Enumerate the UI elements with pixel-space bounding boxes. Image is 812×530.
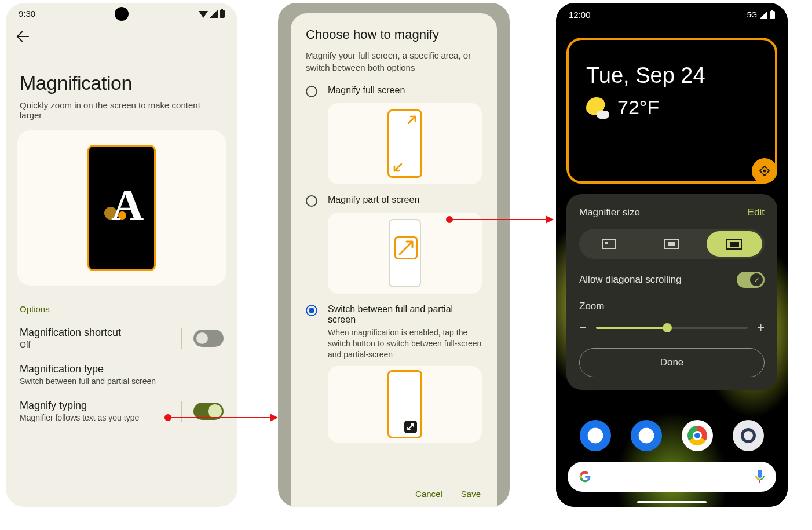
mic-icon[interactable] bbox=[754, 469, 766, 484]
gesture-nav-handle[interactable] bbox=[637, 501, 707, 503]
expand-icon bbox=[396, 238, 416, 258]
preview-letter: A bbox=[111, 179, 144, 231]
dialog-sheet: Choose how to magnify Magnify your full … bbox=[291, 13, 497, 507]
option-switch-preview bbox=[328, 366, 482, 443]
widget-weather: 72°F bbox=[569, 96, 775, 119]
option-label: Switch between full and partial screen bbox=[328, 304, 482, 325]
zoom-slider-row: − + bbox=[579, 320, 765, 335]
svg-rect-1 bbox=[221, 9, 223, 10]
zoom-increase-button[interactable]: + bbox=[757, 320, 765, 335]
flow-arrow-2 bbox=[449, 219, 553, 220]
signal-icon bbox=[210, 10, 218, 18]
zoom-decrease-button[interactable]: − bbox=[579, 320, 587, 335]
edit-button[interactable]: Edit bbox=[748, 207, 765, 218]
status-time: 12:00 bbox=[569, 10, 591, 20]
option-label: Magnify part of screen bbox=[328, 195, 419, 205]
row-label: Magnify typing bbox=[20, 400, 173, 412]
status-bar: 9:30 bbox=[6, 3, 237, 21]
save-button[interactable]: Save bbox=[461, 489, 481, 499]
page-title: Magnification bbox=[6, 42, 237, 100]
row-magnify-typing[interactable]: Magnify typing Magnifier follows text as… bbox=[6, 393, 237, 429]
panel-title: Magnifier size bbox=[579, 207, 640, 218]
radio-icon[interactable] bbox=[306, 86, 317, 97]
radio-icon[interactable] bbox=[306, 195, 317, 207]
slider-thumb[interactable] bbox=[663, 323, 672, 332]
dialog-title: Choose how to magnify bbox=[306, 27, 482, 42]
row-magnification-shortcut[interactable]: Magnification shortcut Off bbox=[6, 320, 237, 356]
size-medium-button[interactable] bbox=[644, 231, 700, 257]
row-value: Magnifier follows text as you type bbox=[20, 413, 173, 422]
dialog-subtitle: Magnify your full screen, a specific are… bbox=[306, 49, 482, 74]
network-label: 5G bbox=[747, 10, 757, 19]
cancel-button[interactable]: Cancel bbox=[415, 489, 442, 499]
svg-rect-3 bbox=[771, 10, 773, 12]
page-subtitle: Quickly zoom in on the screen to make co… bbox=[6, 100, 237, 130]
zoom-label: Zoom bbox=[579, 301, 765, 312]
flow-arrow-1 bbox=[168, 417, 277, 418]
row-value: Off bbox=[20, 340, 173, 349]
option-part-preview bbox=[328, 213, 482, 294]
size-small-button[interactable] bbox=[581, 231, 637, 257]
section-label-options: Options bbox=[6, 286, 237, 320]
expand-ne-icon bbox=[407, 115, 417, 125]
battery-icon bbox=[770, 10, 775, 19]
home-magnifier-overlay-screen: 12:00 5G Tue, Sep 24 72°F Magnifier size… bbox=[556, 3, 788, 507]
messages-app-icon[interactable] bbox=[631, 420, 662, 451]
dock bbox=[556, 420, 788, 451]
radio-icon[interactable] bbox=[306, 305, 317, 316]
option-switch[interactable]: Switch between full and partial screen W… bbox=[306, 304, 482, 360]
camera-app-icon[interactable] bbox=[733, 420, 764, 451]
signal-icon bbox=[759, 11, 767, 19]
option-full-preview bbox=[328, 103, 482, 184]
allow-diagonal-label: Allow diagonal scrolling bbox=[579, 274, 682, 286]
size-small-icon bbox=[602, 239, 616, 249]
svg-rect-0 bbox=[220, 10, 225, 18]
svg-point-4 bbox=[764, 170, 766, 172]
battery-icon bbox=[220, 9, 225, 18]
option-full-screen[interactable]: Magnify full screen bbox=[306, 85, 482, 97]
svg-rect-5 bbox=[758, 470, 762, 478]
zoom-slider[interactable] bbox=[596, 327, 748, 329]
back-button[interactable] bbox=[6, 21, 237, 42]
phone-app-icon[interactable] bbox=[580, 420, 611, 451]
option-description: When magnification is enabled, tap the s… bbox=[328, 327, 482, 360]
svg-rect-2 bbox=[770, 11, 775, 19]
magnifier-settings-panel: Magnifier size Edit Allow diagonal scrol… bbox=[566, 194, 777, 390]
magnify-type-dialog-screen: Choose how to magnify Magnify your full … bbox=[278, 3, 510, 507]
switch-badge-icon bbox=[404, 421, 417, 433]
option-part-screen[interactable]: Magnify part of screen bbox=[306, 195, 482, 207]
magnifier-window[interactable]: Tue, Sep 24 72°F bbox=[566, 38, 777, 184]
size-option-group bbox=[579, 229, 765, 259]
google-g-icon bbox=[578, 470, 592, 484]
magnifier-move-handle[interactable] bbox=[752, 158, 777, 184]
preview-device: A bbox=[87, 145, 156, 271]
size-large-button[interactable] bbox=[707, 231, 762, 257]
wifi-icon bbox=[199, 10, 208, 18]
shortcut-toggle[interactable] bbox=[193, 330, 224, 347]
done-button[interactable]: Done bbox=[579, 348, 765, 377]
status-icons bbox=[199, 9, 225, 18]
status-time: 9:30 bbox=[19, 9, 35, 19]
row-label: Magnification type bbox=[20, 363, 224, 375]
size-large-icon bbox=[726, 239, 742, 250]
expand-sw-icon bbox=[393, 162, 403, 173]
row-magnification-type[interactable]: Magnification type Switch between full a… bbox=[6, 356, 237, 393]
settings-magnification-screen: 9:30 Magnification Quickly zoom in on th… bbox=[6, 3, 237, 507]
widget-temp: 72°F bbox=[617, 96, 659, 119]
camera-cutout bbox=[115, 7, 129, 21]
chrome-app-icon[interactable] bbox=[682, 420, 713, 451]
status-bar: 12:00 5G bbox=[556, 3, 788, 23]
row-label: Magnification shortcut bbox=[20, 327, 173, 339]
divider bbox=[181, 328, 182, 349]
widget-date: Tue, Sep 24 bbox=[569, 40, 775, 96]
size-medium-icon bbox=[664, 239, 679, 249]
magnification-preview: A bbox=[17, 130, 226, 286]
row-value: Switch between full and partial screen bbox=[20, 377, 224, 386]
divider bbox=[181, 401, 182, 422]
allow-diagonal-toggle[interactable] bbox=[737, 272, 765, 288]
option-label: Magnify full screen bbox=[328, 85, 405, 96]
weather-icon bbox=[586, 97, 607, 118]
search-bar[interactable] bbox=[568, 462, 776, 492]
